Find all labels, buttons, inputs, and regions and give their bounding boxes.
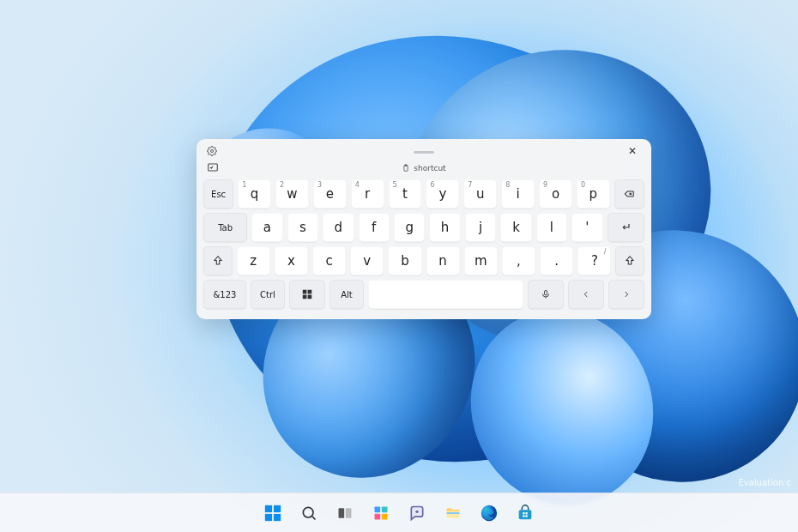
key-s[interactable]: s — [287, 213, 318, 242]
svg-rect-21 — [447, 511, 460, 517]
key-ctrl[interactable]: Ctrl — [251, 280, 285, 309]
svg-rect-8 — [545, 291, 547, 296]
key-shift-left[interactable] — [203, 246, 233, 275]
keyboard-titlebar[interactable]: ✕ — [203, 144, 644, 160]
key-g[interactable]: g — [394, 213, 425, 242]
key-i[interactable]: 8i — [501, 179, 535, 209]
key-w[interactable]: 2w — [275, 179, 309, 209]
taskbar-store[interactable] — [511, 499, 540, 528]
taskbar-edge[interactable] — [475, 499, 504, 528]
key-period[interactable]: . — [540, 246, 573, 275]
key-esc[interactable]: Esc — [203, 179, 233, 209]
input-mode-icon[interactable] — [207, 161, 219, 173]
taskbar-start[interactable] — [258, 499, 287, 528]
key-comma[interactable]: , — [502, 246, 535, 275]
widgets-icon — [372, 505, 390, 522]
chat-icon — [408, 505, 426, 522]
key-label: a — [263, 220, 271, 235]
key-apostrophe[interactable]: ' — [571, 213, 602, 242]
svg-point-20 — [415, 510, 418, 512]
svg-rect-14 — [339, 508, 345, 518]
key-backspace[interactable] — [614, 179, 644, 209]
taskbar-task-view[interactable] — [330, 499, 360, 528]
key-shift-right[interactable] — [615, 246, 644, 275]
key-v[interactable]: v — [350, 246, 384, 275]
close-icon[interactable]: ✕ — [626, 144, 639, 158]
taskbar — [0, 493, 798, 532]
key-dictation[interactable] — [528, 280, 564, 309]
svg-rect-22 — [447, 512, 460, 514]
svg-rect-6 — [303, 295, 307, 299]
chevron-left-icon — [582, 289, 590, 299]
key-tab[interactable]: Tab — [203, 213, 247, 242]
drag-handle-icon[interactable] — [414, 151, 434, 154]
enter-icon — [618, 221, 633, 234]
svg-rect-9 — [265, 505, 272, 511]
key-m[interactable]: m — [464, 246, 498, 275]
key-r[interactable]: 4r — [351, 179, 384, 209]
key-c[interactable]: c — [312, 246, 346, 275]
key-q[interactable]: 1q — [238, 179, 271, 209]
key-z[interactable]: z — [237, 246, 270, 275]
key-label: d — [335, 220, 343, 235]
key-h[interactable]: h — [429, 213, 460, 242]
key-t[interactable]: 5t — [389, 179, 422, 209]
key-superscript: 7 — [468, 181, 472, 189]
gear-icon[interactable] — [207, 146, 217, 156]
taskbar-chat[interactable] — [402, 499, 432, 528]
key-cursor-left[interactable] — [568, 280, 604, 309]
key-n[interactable]: n — [426, 246, 460, 275]
svg-rect-24 — [519, 510, 532, 519]
search-icon — [300, 505, 317, 522]
key-k[interactable]: k — [500, 213, 531, 242]
svg-rect-5 — [308, 290, 312, 294]
task-view-icon — [336, 505, 354, 522]
key-alt[interactable]: Alt — [329, 280, 364, 309]
key-p[interactable]: 0p — [577, 179, 610, 209]
key-question[interactable]: / ? — [577, 246, 611, 275]
backspace-icon — [621, 188, 637, 200]
key-f[interactable]: f — [359, 213, 390, 242]
taskbar-widgets[interactable] — [366, 499, 396, 528]
key-label: e — [326, 186, 334, 202]
svg-point-13 — [303, 507, 313, 517]
key-enter[interactable] — [608, 213, 644, 242]
key-o[interactable]: 9o — [539, 179, 572, 209]
svg-rect-15 — [346, 508, 352, 518]
key-j[interactable]: j — [465, 213, 496, 242]
key-b[interactable]: b — [388, 246, 421, 275]
key-space[interactable] — [368, 280, 523, 309]
key-y[interactable]: 6y — [426, 179, 459, 209]
svg-rect-17 — [382, 506, 388, 512]
key-a[interactable]: a — [251, 213, 282, 242]
file-explorer-icon — [444, 505, 462, 522]
key-label: z — [250, 253, 257, 269]
key-label: q — [251, 186, 259, 202]
key-label: h — [441, 220, 450, 235]
clipboard-icon — [402, 164, 410, 172]
keyboard-rows: Esc 1q2w3e4r5t6y7u8i9o0p Tab asdfghjkl ' — [203, 179, 644, 309]
key-windows[interactable] — [289, 280, 325, 309]
key-cursor-right[interactable] — [608, 280, 644, 309]
key-e[interactable]: 3e — [313, 179, 347, 209]
key-label: p — [589, 186, 598, 202]
touch-keyboard: ✕ shortcut Esc 1q2w3e4r5t6y7u8i9o0p — [196, 139, 651, 319]
key-d[interactable]: d — [323, 213, 354, 242]
key-label: o — [552, 186, 559, 202]
taskbar-file-explorer[interactable] — [438, 499, 468, 528]
svg-rect-28 — [525, 515, 527, 517]
svg-rect-1 — [209, 164, 218, 171]
key-x[interactable]: x — [275, 246, 308, 275]
key-u[interactable]: 7u — [463, 179, 497, 209]
suggestion-text[interactable]: shortcut — [414, 164, 445, 172]
chevron-right-icon — [622, 289, 631, 299]
svg-rect-19 — [382, 513, 388, 519]
key-l[interactable]: l — [536, 213, 567, 242]
taskbar-search[interactable] — [294, 499, 323, 528]
key-label: f — [372, 220, 376, 235]
suggestion-bar: shortcut — [203, 160, 644, 177]
key-label: g — [405, 220, 414, 235]
key-numsym[interactable]: &123 — [203, 280, 246, 309]
shift-icon — [212, 255, 224, 267]
svg-rect-26 — [525, 512, 527, 514]
